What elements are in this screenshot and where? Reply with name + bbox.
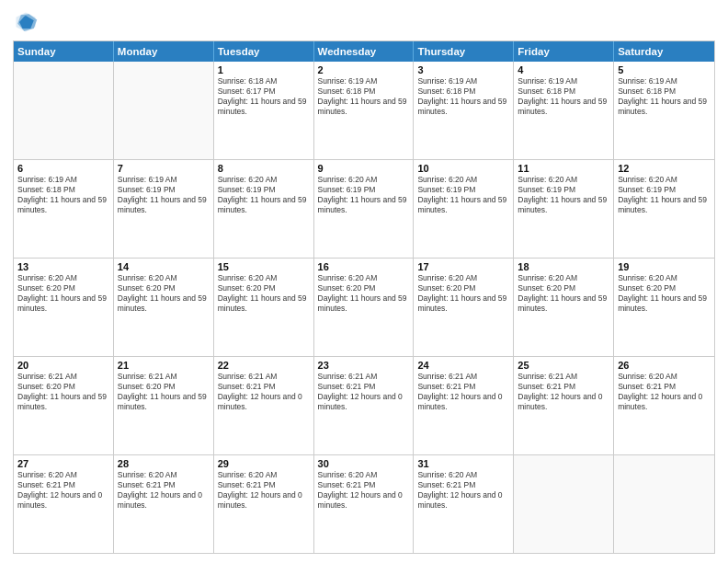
logo (13, 9, 42, 35)
day-cell-3: 3Sunrise: 6:19 AM Sunset: 6:18 PM Daylig… (414, 62, 514, 159)
header (13, 9, 715, 35)
day-info: Sunrise: 6:20 AM Sunset: 6:20 PM Dayligh… (518, 273, 609, 314)
day-info: Sunrise: 6:21 AM Sunset: 6:21 PM Dayligh… (518, 372, 609, 412)
day-cell-2: 2Sunrise: 6:19 AM Sunset: 6:18 PM Daylig… (314, 62, 415, 159)
day-cell-6: 6Sunrise: 6:19 AM Sunset: 6:18 PM Daylig… (14, 160, 114, 258)
day-number: 24 (417, 360, 509, 371)
day-cell-5: 5Sunrise: 6:19 AM Sunset: 6:18 PM Daylig… (614, 62, 714, 159)
day-info: Sunrise: 6:21 AM Sunset: 6:20 PM Dayligh… (118, 372, 210, 412)
day-number: 18 (518, 261, 609, 272)
day-info: Sunrise: 6:20 AM Sunset: 6:20 PM Dayligh… (417, 273, 509, 314)
day-number: 12 (618, 163, 711, 174)
day-cell-12: 12Sunrise: 6:20 AM Sunset: 6:19 PM Dayli… (614, 160, 714, 258)
day-info: Sunrise: 6:20 AM Sunset: 6:21 PM Dayligh… (118, 470, 210, 511)
day-cell-13: 13Sunrise: 6:20 AM Sunset: 6:20 PM Dayli… (14, 259, 114, 356)
day-cell-30: 30Sunrise: 6:20 AM Sunset: 6:21 PM Dayli… (314, 455, 415, 553)
day-cell-31: 31Sunrise: 6:20 AM Sunset: 6:21 PM Dayli… (414, 455, 514, 553)
calendar-row-4: 20Sunrise: 6:21 AM Sunset: 6:20 PM Dayli… (14, 356, 714, 454)
calendar-row-5: 27Sunrise: 6:20 AM Sunset: 6:21 PM Dayli… (14, 454, 714, 553)
day-cell-24: 24Sunrise: 6:21 AM Sunset: 6:21 PM Dayli… (414, 357, 514, 454)
day-cell-empty (114, 62, 214, 159)
day-info: Sunrise: 6:20 AM Sunset: 6:19 PM Dayligh… (218, 175, 310, 215)
day-number: 8 (218, 163, 310, 174)
day-number: 27 (17, 458, 109, 469)
calendar-row-2: 6Sunrise: 6:19 AM Sunset: 6:18 PM Daylig… (14, 159, 714, 258)
day-info: Sunrise: 6:20 AM Sunset: 6:21 PM Dayligh… (318, 470, 410, 511)
day-number: 2 (318, 64, 410, 75)
day-number: 4 (518, 64, 609, 75)
weekday-header-sunday: Sunday (14, 41, 114, 62)
day-info: Sunrise: 6:20 AM Sunset: 6:21 PM Dayligh… (218, 470, 310, 511)
day-cell-21: 21Sunrise: 6:21 AM Sunset: 6:20 PM Dayli… (114, 357, 214, 454)
weekday-header-thursday: Thursday (414, 41, 514, 62)
day-cell-empty (614, 455, 714, 553)
day-info: Sunrise: 6:20 AM Sunset: 6:20 PM Dayligh… (318, 273, 410, 314)
calendar-body: 1Sunrise: 6:18 AM Sunset: 6:17 PM Daylig… (14, 62, 714, 553)
day-info: Sunrise: 6:19 AM Sunset: 6:18 PM Dayligh… (518, 76, 609, 117)
weekday-header-friday: Friday (514, 41, 614, 62)
day-number: 11 (518, 163, 609, 174)
day-number: 15 (218, 261, 310, 272)
day-cell-4: 4Sunrise: 6:19 AM Sunset: 6:18 PM Daylig… (514, 62, 614, 159)
weekday-header-tuesday: Tuesday (214, 41, 314, 62)
day-info: Sunrise: 6:20 AM Sunset: 6:19 PM Dayligh… (518, 175, 609, 215)
day-info: Sunrise: 6:20 AM Sunset: 6:20 PM Dayligh… (118, 273, 210, 314)
day-number: 29 (218, 458, 310, 469)
day-number: 3 (417, 64, 509, 75)
day-number: 9 (318, 163, 410, 174)
day-info: Sunrise: 6:19 AM Sunset: 6:18 PM Dayligh… (618, 76, 711, 117)
day-number: 26 (618, 360, 711, 371)
day-info: Sunrise: 6:21 AM Sunset: 6:21 PM Dayligh… (417, 372, 509, 412)
day-number: 14 (118, 261, 210, 272)
day-number: 25 (518, 360, 609, 371)
day-number: 31 (417, 458, 509, 469)
day-cell-28: 28Sunrise: 6:20 AM Sunset: 6:21 PM Dayli… (114, 455, 214, 553)
day-info: Sunrise: 6:20 AM Sunset: 6:19 PM Dayligh… (318, 175, 410, 215)
day-cell-14: 14Sunrise: 6:20 AM Sunset: 6:20 PM Dayli… (114, 259, 214, 356)
day-info: Sunrise: 6:20 AM Sunset: 6:20 PM Dayligh… (618, 273, 711, 314)
weekday-header-saturday: Saturday (614, 41, 714, 62)
day-cell-22: 22Sunrise: 6:21 AM Sunset: 6:21 PM Dayli… (214, 357, 314, 454)
day-cell-16: 16Sunrise: 6:20 AM Sunset: 6:20 PM Dayli… (314, 259, 415, 356)
day-cell-11: 11Sunrise: 6:20 AM Sunset: 6:19 PM Dayli… (514, 160, 614, 258)
day-cell-27: 27Sunrise: 6:20 AM Sunset: 6:21 PM Dayli… (14, 455, 114, 553)
day-cell-empty (514, 455, 614, 553)
day-info: Sunrise: 6:20 AM Sunset: 6:21 PM Dayligh… (417, 470, 509, 511)
day-cell-17: 17Sunrise: 6:20 AM Sunset: 6:20 PM Dayli… (414, 259, 514, 356)
day-number: 17 (417, 261, 509, 272)
day-info: Sunrise: 6:20 AM Sunset: 6:19 PM Dayligh… (618, 175, 711, 215)
day-info: Sunrise: 6:18 AM Sunset: 6:17 PM Dayligh… (218, 76, 310, 117)
day-cell-10: 10Sunrise: 6:20 AM Sunset: 6:19 PM Dayli… (414, 160, 514, 258)
day-cell-26: 26Sunrise: 6:20 AM Sunset: 6:21 PM Dayli… (614, 357, 714, 454)
day-cell-1: 1Sunrise: 6:18 AM Sunset: 6:17 PM Daylig… (214, 62, 314, 159)
day-cell-9: 9Sunrise: 6:20 AM Sunset: 6:19 PM Daylig… (314, 160, 415, 258)
day-cell-20: 20Sunrise: 6:21 AM Sunset: 6:20 PM Dayli… (14, 357, 114, 454)
day-info: Sunrise: 6:20 AM Sunset: 6:21 PM Dayligh… (17, 470, 109, 511)
day-info: Sunrise: 6:19 AM Sunset: 6:18 PM Dayligh… (417, 76, 509, 117)
day-number: 7 (118, 163, 210, 174)
weekday-header-monday: Monday (114, 41, 214, 62)
calendar-row-3: 13Sunrise: 6:20 AM Sunset: 6:20 PM Dayli… (14, 258, 714, 356)
day-cell-7: 7Sunrise: 6:19 AM Sunset: 6:19 PM Daylig… (114, 160, 214, 258)
day-number: 22 (218, 360, 310, 371)
day-cell-23: 23Sunrise: 6:21 AM Sunset: 6:21 PM Dayli… (314, 357, 415, 454)
day-cell-15: 15Sunrise: 6:20 AM Sunset: 6:20 PM Dayli… (214, 259, 314, 356)
calendar-header: SundayMondayTuesdayWednesdayThursdayFrid… (14, 41, 714, 62)
day-cell-empty (14, 62, 114, 159)
day-number: 30 (318, 458, 410, 469)
day-number: 6 (17, 163, 109, 174)
day-info: Sunrise: 6:19 AM Sunset: 6:19 PM Dayligh… (118, 175, 210, 215)
day-info: Sunrise: 6:21 AM Sunset: 6:20 PM Dayligh… (17, 372, 109, 412)
weekday-header-wednesday: Wednesday (314, 41, 415, 62)
day-number: 23 (318, 360, 410, 371)
page: SundayMondayTuesdayWednesdayThursdayFrid… (0, 0, 728, 563)
day-number: 1 (218, 64, 310, 75)
day-cell-8: 8Sunrise: 6:20 AM Sunset: 6:19 PM Daylig… (214, 160, 314, 258)
day-number: 19 (618, 261, 711, 272)
day-number: 20 (17, 360, 109, 371)
logo-icon (13, 9, 39, 35)
day-info: Sunrise: 6:20 AM Sunset: 6:20 PM Dayligh… (218, 273, 310, 314)
day-number: 10 (417, 163, 509, 174)
day-info: Sunrise: 6:20 AM Sunset: 6:21 PM Dayligh… (618, 372, 711, 412)
day-cell-29: 29Sunrise: 6:20 AM Sunset: 6:21 PM Dayli… (214, 455, 314, 553)
